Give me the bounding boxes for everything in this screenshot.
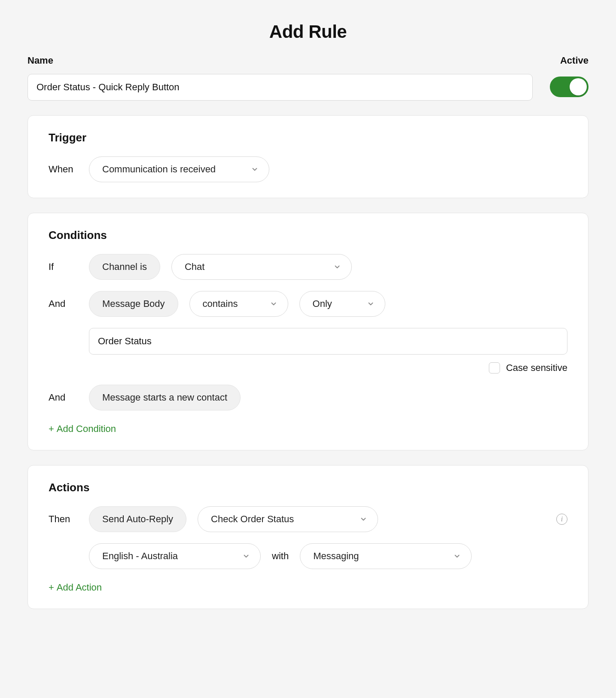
action-language-label: English - Australia: [102, 551, 178, 562]
condition-row: And Message starts a new contact: [49, 385, 567, 410]
page-title: Add Rule: [27, 21, 589, 42]
condition-row: If Channel is Chat: [49, 254, 567, 280]
chevron-down-icon: [242, 552, 250, 560]
condition-scope-label: Only: [313, 298, 332, 309]
action-channel-select[interactable]: Messaging: [300, 543, 472, 569]
condition-prefix: And: [49, 392, 78, 403]
trigger-event-select[interactable]: Communication is received: [89, 156, 269, 182]
condition-prefix: If: [49, 261, 78, 272]
condition-value-select[interactable]: Chat: [171, 254, 352, 280]
condition-row: And Message Body contains Only: [49, 291, 567, 317]
trigger-heading: Trigger: [49, 131, 567, 144]
action-template-label: Check Order Status: [211, 514, 294, 525]
plus-icon: +: [49, 424, 54, 434]
chevron-down-icon: [270, 300, 278, 308]
action-template-select[interactable]: Check Order Status: [198, 506, 378, 532]
action-row: Then Send Auto-Reply Check Order Status …: [49, 506, 567, 532]
action-channel-label: Messaging: [313, 551, 359, 562]
condition-field-label: Message starts a new contact: [102, 392, 227, 403]
condition-field-pill[interactable]: Message starts a new contact: [89, 385, 241, 410]
action-language-select[interactable]: English - Australia: [89, 543, 261, 569]
condition-field-label: Channel is: [102, 261, 147, 272]
action-row-line2: English - Australia with Messaging: [89, 543, 567, 569]
trigger-prefix: When: [49, 164, 78, 175]
add-condition-button[interactable]: + Add Condition: [49, 423, 116, 435]
case-sensitive-checkbox[interactable]: [489, 362, 500, 373]
plus-icon: +: [49, 583, 54, 592]
condition-value-label: Chat: [185, 261, 204, 272]
info-icon[interactable]: i: [556, 514, 567, 525]
condition-field-pill[interactable]: Message Body: [89, 291, 178, 317]
action-prefix: Then: [49, 514, 78, 525]
trigger-event-value: Communication is received: [102, 164, 216, 175]
add-action-button[interactable]: + Add Action: [49, 582, 102, 593]
active-toggle[interactable]: [550, 77, 589, 97]
conditions-card: Conditions If Channel is Chat And Messag…: [27, 213, 589, 450]
condition-operator-label: contains: [203, 298, 238, 309]
rule-name-input[interactable]: [27, 74, 533, 101]
conditions-heading: Conditions: [49, 229, 567, 242]
trigger-card: Trigger When Communication is received: [27, 115, 589, 198]
condition-operator-select[interactable]: contains: [189, 291, 288, 317]
case-sensitive-label: Case sensitive: [506, 362, 567, 373]
condition-prefix: And: [49, 298, 78, 309]
chevron-down-icon: [251, 165, 259, 173]
chevron-down-icon: [333, 263, 341, 271]
condition-scope-select[interactable]: Only: [299, 291, 385, 317]
chevron-down-icon: [367, 300, 375, 308]
toggle-knob: [570, 78, 587, 95]
add-condition-label: Add Condition: [57, 423, 116, 435]
condition-text-input[interactable]: [89, 328, 567, 355]
condition-field-label: Message Body: [102, 298, 165, 309]
action-type-pill[interactable]: Send Auto-Reply: [89, 506, 186, 532]
condition-text-row: Case sensitive: [89, 328, 567, 373]
actions-card: Actions Then Send Auto-Reply Check Order…: [27, 465, 589, 609]
chevron-down-icon: [453, 552, 461, 560]
condition-field-pill[interactable]: Channel is: [89, 254, 160, 280]
add-action-label: Add Action: [57, 582, 102, 593]
name-label: Name: [27, 55, 533, 66]
with-label: with: [272, 551, 289, 562]
action-type-label: Send Auto-Reply: [102, 514, 173, 525]
active-label: Active: [550, 55, 589, 66]
chevron-down-icon: [360, 515, 367, 523]
actions-heading: Actions: [49, 481, 567, 494]
